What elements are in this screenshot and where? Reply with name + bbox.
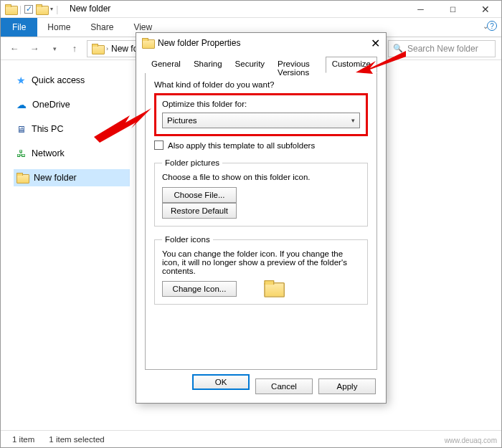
sidebar-item-label: New folder bbox=[34, 173, 77, 183]
close-button[interactable]: ✕ bbox=[469, 1, 501, 18]
help-icon[interactable]: ? bbox=[487, 21, 497, 31]
sidebar-item-this-pc[interactable]: 🖥 This PC bbox=[14, 120, 130, 138]
ok-button[interactable]: OK bbox=[192, 374, 250, 390]
tab-general[interactable]: General bbox=[145, 57, 187, 73]
window-titlebar: | ✓ ▾ | New folder ─ ☐ ✕ bbox=[1, 1, 501, 18]
customize-tab-page: What kind of folder do you want? Optimiz… bbox=[145, 73, 377, 370]
cloud-icon: ☁ bbox=[16, 99, 27, 110]
checkbox-icon[interactable]: ✓ bbox=[24, 5, 33, 14]
quick-access-toolbar: | ✓ ▾ | bbox=[1, 4, 58, 14]
sidebar-item-quick-access[interactable]: ★ Quick access bbox=[14, 72, 130, 89]
restore-default-button[interactable]: Restore Default bbox=[162, 203, 237, 219]
chevron-down-icon: ▾ bbox=[351, 117, 355, 124]
properties-tabstrip: General Sharing Security Previous Versio… bbox=[145, 56, 377, 73]
folder-icons-fieldset: Folder icons You can change the folder i… bbox=[154, 235, 368, 305]
search-input[interactable]: 🔍 Search New folder bbox=[388, 40, 496, 57]
watermark: www.deuaq.com bbox=[445, 437, 497, 444]
cancel-button[interactable]: Cancel bbox=[255, 378, 313, 394]
dropdown-icon[interactable]: ▾ bbox=[50, 6, 53, 12]
optimize-combobox[interactable]: Pictures ▾ bbox=[162, 113, 360, 128]
folder-icon bbox=[36, 4, 47, 14]
folder-kind-question: What kind of folder do you want? bbox=[154, 80, 368, 89]
status-selected-count: 1 item selected bbox=[49, 435, 104, 444]
dialog-close-button[interactable]: ✕ bbox=[371, 37, 380, 50]
change-icon-button[interactable]: Change Icon... bbox=[162, 281, 237, 297]
sidebar-item-label: Quick access bbox=[32, 75, 85, 85]
tab-previous-versions[interactable]: Previous Versions bbox=[271, 57, 326, 73]
folder-icon bbox=[5, 4, 16, 14]
sidebar-item-onedrive[interactable]: ☁ OneDrive bbox=[14, 96, 130, 113]
folder-icon bbox=[16, 173, 28, 183]
back-button[interactable]: ← bbox=[6, 41, 22, 57]
tab-customize[interactable]: Customize bbox=[326, 57, 377, 73]
folder-icons-text: You can change the folder icon. If you c… bbox=[162, 249, 360, 275]
folder-pictures-text: Choose a file to show on this folder ico… bbox=[162, 173, 360, 181]
choose-file-button[interactable]: Choose File... bbox=[162, 187, 237, 203]
sidebar-item-network[interactable]: 🖧 Network bbox=[14, 145, 130, 162]
dialog-titlebar: New folder Properties ✕ bbox=[136, 33, 386, 53]
search-placeholder: Search New folder bbox=[407, 44, 478, 54]
qat-divider: | bbox=[19, 4, 22, 14]
apply-subfolders-label: Also apply this template to all subfolde… bbox=[168, 141, 315, 150]
dialog-button-row: OK Cancel Apply bbox=[192, 374, 376, 394]
monitor-icon: 🖥 bbox=[16, 124, 26, 135]
recent-locations-button[interactable]: ▾ bbox=[47, 41, 62, 57]
optimize-highlight-box: Optimize this folder for: Pictures ▾ bbox=[154, 93, 368, 136]
sidebar-item-label: Network bbox=[32, 148, 65, 158]
minimize-button[interactable]: ─ bbox=[404, 1, 437, 18]
optimize-value: Pictures bbox=[167, 116, 197, 125]
tab-security[interactable]: Security bbox=[229, 57, 272, 73]
folder-icon bbox=[142, 38, 153, 48]
forward-button[interactable]: → bbox=[27, 41, 42, 57]
folder-icon-preview bbox=[267, 283, 279, 295]
sidebar-item-new-folder[interactable]: New folder bbox=[14, 169, 130, 186]
qat-divider: | bbox=[56, 4, 58, 14]
status-item-count: 1 item bbox=[12, 435, 34, 444]
tab-sharing[interactable]: Sharing bbox=[187, 57, 229, 73]
star-icon: ★ bbox=[16, 75, 26, 86]
sidebar-item-label: This PC bbox=[32, 124, 63, 134]
checkbox-icon[interactable] bbox=[154, 140, 164, 150]
network-icon: 🖧 bbox=[16, 148, 26, 159]
chevron-right-icon: › bbox=[106, 45, 108, 52]
search-icon: 🔍 bbox=[393, 44, 403, 53]
tab-home[interactable]: Home bbox=[37, 18, 80, 37]
up-button[interactable]: ↑ bbox=[67, 41, 82, 57]
folder-icon bbox=[265, 280, 283, 296]
folder-icon bbox=[92, 44, 103, 54]
apply-subfolders-row[interactable]: Also apply this template to all subfolde… bbox=[154, 140, 368, 150]
file-tab[interactable]: File bbox=[1, 18, 37, 37]
tab-share[interactable]: Share bbox=[80, 18, 123, 37]
maximize-button[interactable]: ☐ bbox=[437, 1, 469, 18]
folder-icons-legend: Folder icons bbox=[162, 235, 213, 244]
properties-dialog: New folder Properties ✕ General Sharing … bbox=[136, 32, 387, 404]
navigation-pane: ★ Quick access ☁ OneDrive 🖥 This PC 🖧 Ne… bbox=[1, 62, 137, 430]
optimize-label: Optimize this folder for: bbox=[162, 100, 360, 108]
sidebar-item-label: OneDrive bbox=[32, 100, 70, 110]
folder-pictures-fieldset: Folder pictures Choose a file to show on… bbox=[154, 158, 368, 227]
apply-button[interactable]: Apply bbox=[318, 378, 376, 394]
folder-pictures-legend: Folder pictures bbox=[162, 158, 222, 167]
window-title: New folder bbox=[70, 4, 110, 14]
status-bar: 1 item 1 item selected bbox=[1, 430, 501, 447]
dialog-title: New folder Properties bbox=[158, 38, 240, 48]
